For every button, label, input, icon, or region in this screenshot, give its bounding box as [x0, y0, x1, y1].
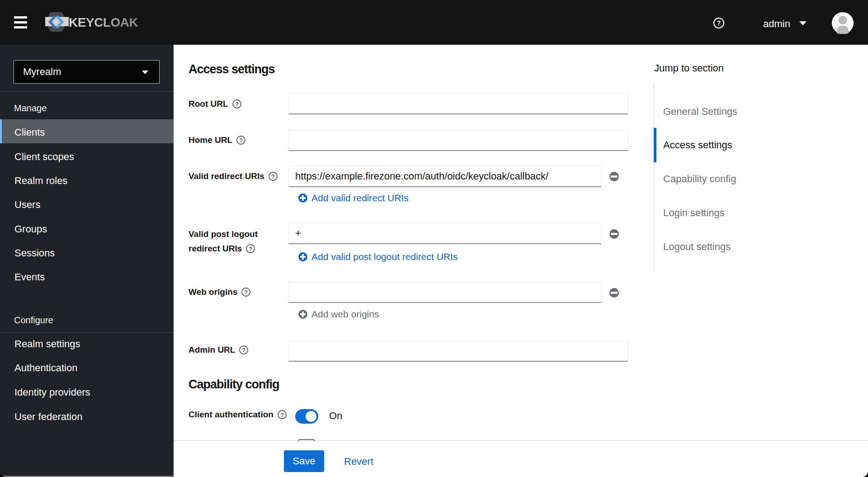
svg-text:?: ? — [717, 19, 721, 27]
svg-text:?: ? — [242, 347, 246, 354]
svg-text:?: ? — [245, 289, 248, 296]
svg-text:?: ? — [280, 412, 284, 418]
svg-text:?: ? — [235, 101, 239, 108]
svg-text:?: ? — [239, 137, 243, 144]
svg-text:?: ? — [249, 246, 252, 252]
svg-text:?: ? — [271, 174, 275, 180]
